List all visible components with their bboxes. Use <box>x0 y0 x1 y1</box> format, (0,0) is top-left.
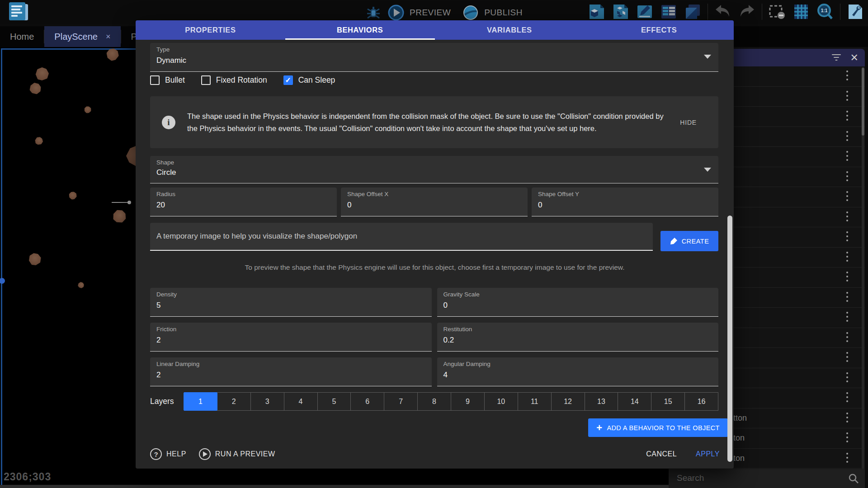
debug-icon[interactable] <box>364 4 382 22</box>
zoom-1-1-icon[interactable]: 1:1 <box>816 3 834 21</box>
asteroid-object[interactable] <box>33 135 44 146</box>
instances-icon[interactable] <box>612 3 630 21</box>
objects-scrollbar-thumb[interactable] <box>862 68 864 136</box>
undo-icon[interactable] <box>714 3 732 21</box>
deselect-icon[interactable] <box>768 3 786 21</box>
checkbox-checked-icon[interactable]: ✓ <box>283 75 293 85</box>
asteroid-object[interactable] <box>77 282 85 289</box>
checkbox-bullet[interactable]: Bullet <box>150 75 185 85</box>
close-panel-icon[interactable]: ✕ <box>850 52 859 64</box>
field-shape-offset-y[interactable]: Shape Offset Y0 <box>532 188 718 216</box>
temp-image-field[interactable]: A temporary image to help you visualize … <box>150 223 653 251</box>
kebab-menu-icon[interactable] <box>843 91 851 103</box>
kebab-menu-icon[interactable] <box>843 151 851 163</box>
kebab-menu-icon[interactable] <box>843 292 851 304</box>
publish-button[interactable]: PUBLISH <box>484 8 523 18</box>
dialog-tab-effects[interactable]: EFFECTS <box>584 20 734 40</box>
asteroid-object[interactable] <box>28 81 42 96</box>
layer-button-14[interactable]: 14 <box>618 392 651 411</box>
kebab-menu-icon[interactable] <box>843 392 851 404</box>
kebab-menu-icon[interactable] <box>843 372 851 384</box>
redo-icon[interactable] <box>738 3 756 21</box>
field-friction[interactable]: Friction2 <box>150 323 432 352</box>
close-tab-icon[interactable]: × <box>106 32 111 42</box>
hide-button[interactable]: HIDE <box>678 115 698 130</box>
publish-globe-icon[interactable] <box>462 4 480 22</box>
tab-home[interactable]: Home <box>0 26 44 47</box>
dialog-tab-properties[interactable]: PROPERTIES <box>136 20 285 40</box>
asteroid-object[interactable] <box>26 251 43 268</box>
layer-button-8[interactable]: 8 <box>417 392 451 411</box>
kebab-menu-icon[interactable] <box>843 171 851 183</box>
field-radius[interactable]: Radius20 <box>150 188 337 216</box>
grid-icon[interactable] <box>792 3 810 21</box>
preview-button[interactable]: PREVIEW <box>410 8 451 18</box>
field-linear-damping[interactable]: Linear Damping2 <box>150 357 432 386</box>
kebab-menu-icon[interactable] <box>843 252 851 263</box>
play-preview-icon[interactable] <box>387 4 405 22</box>
kebab-menu-icon[interactable] <box>843 453 851 465</box>
type-select[interactable]: Type Dynamic <box>150 43 718 72</box>
checkbox-unchecked-icon[interactable] <box>150 75 160 85</box>
kebab-menu-icon[interactable] <box>843 70 851 82</box>
layer-button-10[interactable]: 10 <box>484 392 518 411</box>
layer-button-4[interactable]: 4 <box>284 392 318 411</box>
field-angular-damping[interactable]: Angular Damping4 <box>437 357 719 386</box>
layer-button-13[interactable]: 13 <box>585 392 618 411</box>
kebab-menu-icon[interactable] <box>843 272 851 283</box>
checkbox-unchecked-icon[interactable] <box>201 75 211 85</box>
kebab-menu-icon[interactable] <box>843 352 851 364</box>
dialog-scrollbar-thumb[interactable] <box>727 216 732 462</box>
asteroid-object[interactable] <box>110 207 128 225</box>
kebab-menu-icon[interactable] <box>843 211 851 223</box>
project-manager-icon[interactable] <box>8 2 29 22</box>
field-gravity-scale[interactable]: Gravity Scale0 <box>437 288 719 317</box>
layer-button-6[interactable]: 6 <box>350 392 384 411</box>
selection-handle[interactable] <box>0 278 5 284</box>
kebab-menu-icon[interactable] <box>843 413 851 424</box>
layer-button-1[interactable]: 1 <box>184 392 217 411</box>
edit-scene-icon[interactable] <box>636 3 654 21</box>
layer-button-7[interactable]: 7 <box>384 392 418 411</box>
layer-button-12[interactable]: 12 <box>551 392 585 411</box>
objects-icon[interactable] <box>588 3 606 21</box>
apply-button[interactable]: APPLY <box>696 450 720 458</box>
layer-button-3[interactable]: 3 <box>250 392 284 411</box>
kebab-menu-icon[interactable] <box>843 231 851 243</box>
tools-icon[interactable] <box>846 3 864 21</box>
create-button[interactable]: CREATE <box>660 231 718 251</box>
kebab-menu-icon[interactable] <box>843 111 851 122</box>
asteroid-object[interactable] <box>33 65 52 84</box>
field-density[interactable]: Density5 <box>150 288 432 317</box>
asteroid-object[interactable] <box>83 105 93 115</box>
layer-button-2[interactable]: 2 <box>217 392 251 411</box>
layer-button-16[interactable]: 16 <box>684 392 718 411</box>
objects-scrollbar[interactable] <box>862 67 864 469</box>
help-button[interactable]: ? HELP <box>150 448 186 460</box>
run-preview-button[interactable]: RUN A PREVIEW <box>199 448 275 460</box>
kebab-menu-icon[interactable] <box>843 191 851 203</box>
dialog-tab-variables[interactable]: VARIABLES <box>435 20 585 40</box>
kebab-menu-icon[interactable] <box>843 131 851 143</box>
field-restitution[interactable]: Restitution0.2 <box>437 323 719 352</box>
field-shape-offset-x[interactable]: Shape Offset X0 <box>341 188 528 216</box>
objects-search-bar[interactable]: Search <box>669 469 865 488</box>
kebab-menu-icon[interactable] <box>843 332 851 344</box>
asteroid-object[interactable] <box>68 191 78 201</box>
dialog-tab-behaviors[interactable]: BEHAVIORS <box>285 20 435 40</box>
filter-icon[interactable] <box>832 53 841 61</box>
kebab-menu-icon[interactable] <box>843 432 851 444</box>
layers-icon[interactable] <box>684 3 702 21</box>
add-behavior-button[interactable]: + ADD A BEHAVIOR TO THE OBJECT <box>588 418 728 437</box>
search-input[interactable]: Search <box>677 473 704 483</box>
checkbox-can-sleep[interactable]: ✓Can Sleep <box>283 75 335 85</box>
cancel-button[interactable]: CANCEL <box>646 450 677 458</box>
layer-button-11[interactable]: 11 <box>518 392 552 411</box>
shape-select[interactable]: Shape Circle <box>150 156 718 183</box>
physics-joint-dot[interactable] <box>127 201 131 204</box>
events-list-icon[interactable] <box>660 3 678 21</box>
layer-button-15[interactable]: 15 <box>651 392 685 411</box>
tab-playscene[interactable]: PlayScene × <box>44 26 120 47</box>
kebab-menu-icon[interactable] <box>843 312 851 324</box>
layer-button-9[interactable]: 9 <box>451 392 485 411</box>
